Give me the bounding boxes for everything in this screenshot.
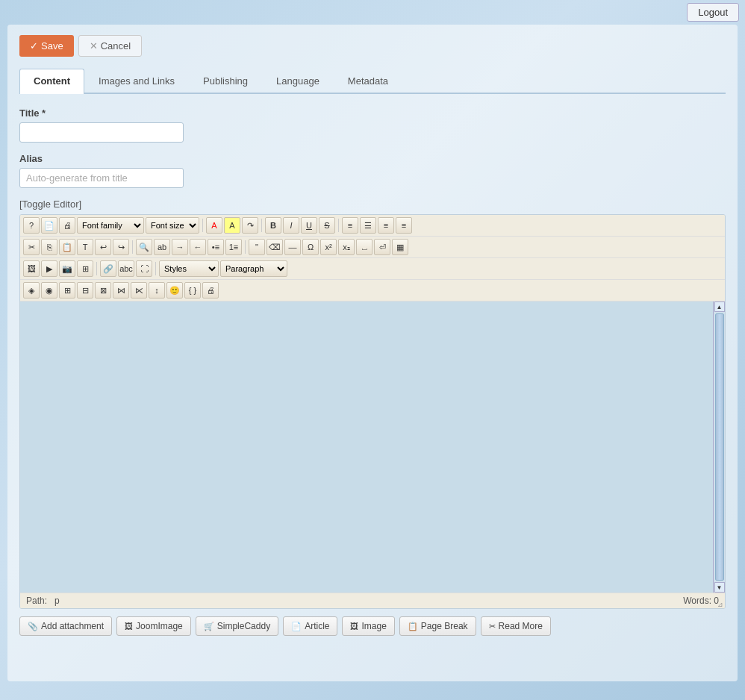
paste-btn[interactable]: 📋 <box>59 239 75 255</box>
image-icon <box>350 621 358 631</box>
path-info: Path: p <box>26 596 60 606</box>
bold-btn[interactable]: B <box>265 217 281 234</box>
path-label: Path: <box>26 596 47 606</box>
toolbar-row-1: ? 📄 🖨 Font family Font size A A ↷ B I U … <box>20 215 725 237</box>
tbl4-btn[interactable]: ⋈ <box>113 282 129 299</box>
pagebreak-btn[interactable]: ⏎ <box>374 239 390 255</box>
fullscreen-btn[interactable]: ⛶ <box>136 260 152 277</box>
nonbreaking-btn[interactable]: ⎵ <box>356 239 372 255</box>
add-attachment-button[interactable]: Add attachment <box>19 616 112 636</box>
title-input[interactable] <box>19 122 184 143</box>
align-left-btn[interactable]: ≡ <box>342 217 358 234</box>
charmap-btn[interactable]: Ω <box>302 239 319 255</box>
editor-wrapper: ? 📄 🖨 Font family Font size A A ↷ B I U … <box>19 214 726 609</box>
media-btn[interactable]: ▶ <box>41 260 57 277</box>
sup-btn[interactable]: x² <box>320 239 337 255</box>
tab-language[interactable]: Language <box>262 69 334 93</box>
sep-6 <box>96 262 97 275</box>
image-button[interactable]: Image <box>342 616 394 636</box>
toolbar-newdoc-btn[interactable]: 📄 <box>41 217 57 234</box>
editor-area[interactable]: ▲ ▼ <box>20 301 725 593</box>
action-bar: Save Cancel <box>19 35 726 57</box>
paragraph-select[interactable]: Paragraph <box>220 260 287 277</box>
editor-path-bar: Path: p Words: 0 ⊿ <box>20 593 725 608</box>
tab-images-links[interactable]: Images and Links <box>84 69 189 93</box>
table-btn[interactable]: ⊞ <box>77 260 93 277</box>
tbl5-btn[interactable]: ⋉ <box>131 282 147 299</box>
alias-input[interactable] <box>19 168 184 188</box>
italic-btn[interactable]: I <box>283 217 299 234</box>
align-right-btn[interactable]: ≡ <box>378 217 394 234</box>
spell-btn[interactable]: abc <box>118 260 134 277</box>
joomimage-label: JoomImage <box>136 621 183 631</box>
copy-btn[interactable]: ⎘ <box>41 239 57 255</box>
print2-btn[interactable]: 🖨 <box>202 282 219 299</box>
bullist-btn[interactable]: •≡ <box>208 239 224 255</box>
words-count: Words: 0 <box>683 596 719 606</box>
clip-icon <box>28 621 38 631</box>
align-center-btn[interactable]: ☰ <box>360 217 376 234</box>
outdent-btn[interactable]: ← <box>190 239 206 255</box>
numlist-btn[interactable]: 1≡ <box>225 239 242 255</box>
scroll-down-btn[interactable]: ▼ <box>714 582 725 593</box>
tabs-container: Content Images and Links Publishing Lang… <box>19 69 726 94</box>
redo-btn[interactable]: ↷ <box>242 217 258 234</box>
cut-btn[interactable]: ✂ <box>23 239 40 255</box>
paste-text-btn[interactable]: T <box>77 239 93 255</box>
code-btn[interactable]: { } <box>184 282 201 299</box>
font-color-btn[interactable]: A <box>206 217 222 234</box>
toolbar-print-btn[interactable]: 🖨 <box>59 217 75 234</box>
sep-2 <box>261 219 262 232</box>
hr-btn[interactable]: — <box>284 239 301 255</box>
joomimage-btn[interactable]: 📷 <box>59 260 75 277</box>
vis-btn[interactable]: ◉ <box>41 282 57 299</box>
bottom-bar: Add attachment JoomImage SimpleCaddy Art… <box>19 616 726 636</box>
tab-content[interactable]: Content <box>19 69 84 94</box>
scroll-up-btn[interactable]: ▲ <box>714 301 725 312</box>
removeformat-btn[interactable]: ⌫ <box>266 239 283 255</box>
page-break-icon <box>408 621 418 631</box>
sep-7 <box>155 262 156 275</box>
tab-publishing[interactable]: Publishing <box>189 69 262 93</box>
redo2-btn[interactable]: ↪ <box>113 239 129 255</box>
simplecaddy-button[interactable]: SimpleCaddy <box>196 616 278 636</box>
tbl6-btn[interactable]: ↕ <box>149 282 165 299</box>
page-break-button[interactable]: Page Break <box>399 616 476 636</box>
indent-btn[interactable]: → <box>172 239 188 255</box>
toggle-editor-link[interactable]: [Toggle Editor] <box>19 199 81 210</box>
font-size-select[interactable]: Font size <box>146 217 199 234</box>
blockquote-btn[interactable]: " <box>249 239 265 255</box>
font-family-select[interactable]: Font family <box>77 217 144 234</box>
highlight-btn[interactable]: A <box>224 217 240 234</box>
undo-btn[interactable]: ↩ <box>95 239 111 255</box>
tab-metadata[interactable]: Metadata <box>334 69 402 93</box>
tbl3-btn[interactable]: ⊠ <box>95 282 111 299</box>
tbl-btn[interactable]: ⊞ <box>59 282 75 299</box>
template-btn[interactable]: ▦ <box>392 239 408 255</box>
src-btn[interactable]: ◈ <box>23 282 40 299</box>
toolbar-help-btn[interactable]: ? <box>23 217 40 234</box>
sep-1 <box>202 219 203 232</box>
joomimage-button[interactable]: JoomImage <box>116 616 191 636</box>
find-btn[interactable]: 🔍 <box>136 239 152 255</box>
title-label: Title * <box>19 107 726 119</box>
replace-btn[interactable]: ab <box>154 239 170 255</box>
align-justify-btn[interactable]: ≡ <box>396 217 412 234</box>
resize-handle[interactable]: ⊿ <box>717 601 725 608</box>
strikethrough-btn[interactable]: S <box>319 217 335 234</box>
article-button[interactable]: Article <box>283 616 337 636</box>
tbl2-btn[interactable]: ⊟ <box>77 282 93 299</box>
cancel-button[interactable]: Cancel <box>78 35 142 57</box>
underline-btn[interactable]: U <box>301 217 317 234</box>
read-more-button[interactable]: Read More <box>481 616 551 636</box>
editor-scrollbar[interactable]: ▲ ▼ <box>713 301 725 593</box>
logout-button[interactable]: Logout <box>687 3 739 22</box>
save-button[interactable]: Save <box>19 35 74 57</box>
scroll-thumb[interactable] <box>715 313 724 581</box>
sub-btn[interactable]: x₂ <box>338 239 355 255</box>
link-btn[interactable]: 🔗 <box>100 260 116 277</box>
styles-select[interactable]: Styles <box>159 260 219 277</box>
smiley-btn[interactable]: 🙂 <box>166 282 183 299</box>
image-btn[interactable]: 🖼 <box>23 260 40 277</box>
simplecaddy-icon <box>204 621 214 631</box>
